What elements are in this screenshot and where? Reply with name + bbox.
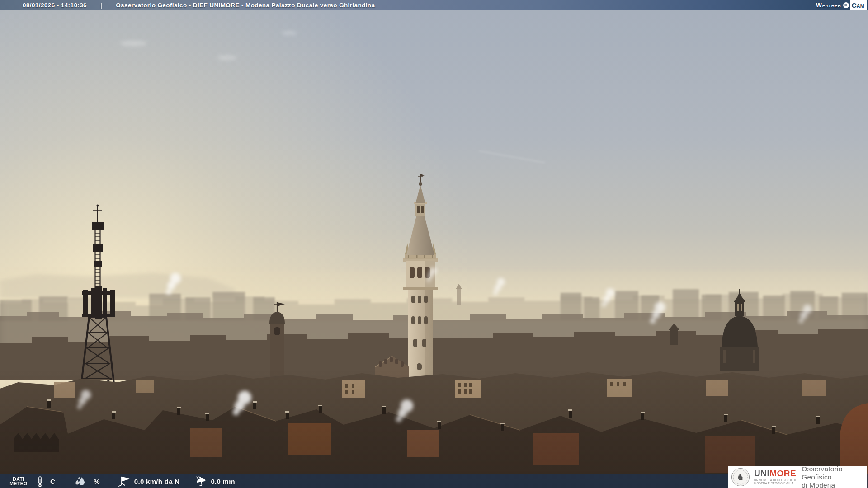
camera-title: Osservatorio Geofisico - DIEF UNIMORE - … [116,2,375,9]
rain-reading: 0.0 mm [195,476,235,487]
humidity-reading: % [74,476,100,487]
weathercam-weather-label: Weather [816,1,841,9]
umbrella-icon [195,476,207,487]
unimore-crest: ♞ [731,468,750,487]
dati-meteo-label: DATI METEO [5,477,32,486]
weathercam-cam-label: Cam [850,0,867,10]
unimore-brand-box: ♞ UNIMORE UNIVERSITÀ DEGLI STUDI DI MODE… [728,466,867,488]
humidity-unit: % [94,478,100,485]
humidity-drops-icon [74,476,86,487]
camera-lens-icon [843,2,849,8]
wind-vane-icon [117,476,131,487]
separator: | [100,2,102,9]
observatory-name: Osservatorio Geofisico di Modena [802,465,863,488]
temperature-unit: C [50,478,55,485]
webcam-page: 08/01/2026 - 14:10:36 | Osservatorio Geo… [0,0,868,488]
wind-reading: 0.0 km/h da N [117,476,180,487]
rain-value: 0.0 mm [211,478,235,485]
wind-value: 0.0 km/h da N [134,478,180,485]
temperature-reading: C [37,476,55,487]
university-subtitle: UNIVERSITÀ DEGLI STUDI DI MODENA E REGGI… [754,479,796,485]
unimore-uni: UNI [754,469,769,478]
svg-text:♞: ♞ [736,471,745,482]
timestamp: 08/01/2026 - 14:10:36 [23,2,87,9]
webcam-photo [0,0,868,488]
thermometer-icon [37,476,43,487]
unimore-wordmark: UNIMORE UNIVERSITÀ DEGLI STUDI DI MODENA… [754,469,796,485]
unimore-more: MORE [769,469,796,478]
top-bar: 08/01/2026 - 14:10:36 | Osservatorio Geo… [0,0,868,10]
weathercam-logo: Weather Cam [816,0,867,10]
